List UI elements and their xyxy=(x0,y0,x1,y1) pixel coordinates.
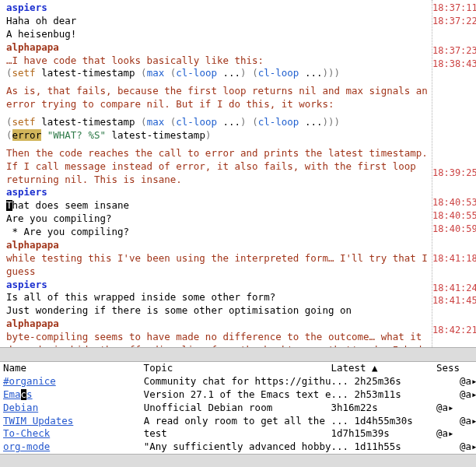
code-frag: ... xyxy=(217,116,240,128)
nick-aspiers: aspiers xyxy=(6,2,431,15)
message-line: …I have code that looks basically like t… xyxy=(6,54,431,68)
message-line: while testing this I've been using the i… xyxy=(6,252,431,279)
message-line: * Are you compiling? xyxy=(6,226,431,239)
message-line: Is all of this wrapped inside some other… xyxy=(6,291,431,304)
code-frag: setf xyxy=(12,67,36,79)
nick-alphapapa: alphapapa xyxy=(6,318,431,331)
code-frag: "WHAT? %S" xyxy=(47,129,106,141)
code-frag xyxy=(41,129,47,141)
message-line: That does seem insane xyxy=(6,199,431,212)
message-line: byte-compiling seems to have made no dif… xyxy=(6,331,431,347)
code-frag: ... xyxy=(217,67,240,79)
rooms-body: #organice Community chat for https://git… xyxy=(3,375,473,454)
room-latest: 1d11h55s xyxy=(355,441,401,452)
room-latest: 2h25m36s xyxy=(355,375,401,387)
message-line: (setf latest-timestamp (max (cl-loop ...… xyxy=(6,116,431,129)
code-frag: ) xyxy=(334,116,341,128)
code-frag: cl-loop xyxy=(258,116,299,128)
room-topic: test xyxy=(144,427,167,439)
code-frag xyxy=(164,116,170,128)
modeline-chat: U:%*- *Ement Room: Emacs* 13% L25 (Ement… xyxy=(0,347,476,362)
room-row[interactable]: To-Check test 1d7h15m39s @a▸ xyxy=(3,427,473,441)
code-frag: ) xyxy=(328,67,334,79)
code-frag: ) xyxy=(205,129,212,141)
room-topic: Unofficial Debian room xyxy=(144,402,273,413)
nick-aspiers: aspiers xyxy=(6,279,431,292)
room-latest: 1d4h55m30s xyxy=(355,415,413,427)
message-line: Then the code reaches the call to error … xyxy=(6,147,431,160)
room-latest: 1d7h15m39s xyxy=(331,427,389,439)
room-row[interactable]: Debian Unofficial Debian room 3h16m22s @… xyxy=(3,402,473,415)
code-frag: ( xyxy=(6,116,12,128)
code-frag: latest-timestamp xyxy=(36,116,141,128)
room-row[interactable]: org-mode "Any sufficiently advanced hobb… xyxy=(3,441,473,454)
code-frag: ... xyxy=(299,67,322,79)
message-line: (error "WHAT? %S" latest-timestamp) xyxy=(6,129,431,142)
message-line: Just wondering if there is some other op… xyxy=(6,304,431,318)
nick-aspiers: aspiers xyxy=(6,186,431,199)
code-frag: ) xyxy=(322,67,328,79)
room-name[interactable]: To-Check xyxy=(3,427,50,439)
code-frag: ( xyxy=(141,116,147,128)
code-frag xyxy=(164,67,170,79)
code-frag: ) xyxy=(334,67,341,79)
room-latest: 2h53m11s xyxy=(355,388,401,400)
room-topic: Version 27.1 of the Emacs text e... xyxy=(144,388,348,400)
nick-alphapapa: alphapapa xyxy=(6,239,431,252)
room-name[interactable]: #organice xyxy=(3,375,56,387)
message-line: As is, that fails, because the first loo… xyxy=(6,85,431,111)
code-frag: cl-loop xyxy=(176,67,217,79)
code-frag: ( xyxy=(252,116,258,128)
code-frag: max xyxy=(147,67,165,79)
nick-alphapapa: alphapapa xyxy=(6,41,431,54)
message-line: Are you compiling? xyxy=(6,212,431,226)
code-frag: ) xyxy=(328,116,334,128)
code-frag: cl-loop xyxy=(176,116,217,128)
room-topic: A read only room to get all the ... xyxy=(144,415,348,427)
room-name[interactable]: Debian xyxy=(3,402,38,413)
code-frag: cl-loop xyxy=(258,67,299,79)
room-session: @a▸ xyxy=(460,441,476,452)
code-frag: ... xyxy=(299,116,322,128)
room-session: @a▸ xyxy=(436,402,454,413)
room-row[interactable]: TWIM Updates A read only room to get all… xyxy=(3,415,473,428)
code-frag: ) xyxy=(240,116,247,128)
room-name[interactable]: TWIM Updates xyxy=(3,415,73,427)
message-line: If I call message instead of error, it a… xyxy=(6,160,431,187)
code-frag: ( xyxy=(6,129,12,141)
text-cursor: T xyxy=(6,200,12,211)
modeline-rooms: U:%%- *Ement Rooms* 13% L7 (Ement room l… xyxy=(0,454,476,467)
room-latest: 3h16m22s xyxy=(331,402,377,413)
code-frag: ) xyxy=(240,67,247,79)
code-frag: setf xyxy=(12,116,36,128)
code-frag: ( xyxy=(252,67,258,79)
chat-pane: aspiersHaha oh dearA heisenbug!alphapapa… xyxy=(0,0,476,347)
room-row[interactable]: #organice Community chat for https://git… xyxy=(3,375,473,388)
code-frag: ( xyxy=(141,67,147,79)
room-session: @a▸ xyxy=(460,415,476,427)
room-session: @a▸ xyxy=(436,427,454,439)
message-list: aspiersHaha oh dearA heisenbug!alphapapa… xyxy=(0,0,476,347)
code-frag: error xyxy=(12,129,42,141)
code-frag: max xyxy=(147,116,165,128)
code-frag xyxy=(247,116,253,128)
room-topic: "Any sufficiently advanced hobby... xyxy=(144,441,348,452)
message-line: A heisenbug! xyxy=(6,28,431,41)
room-name[interactable]: org-mode xyxy=(3,441,50,452)
text-cursor: c xyxy=(21,389,27,400)
message-line: Haha oh dear xyxy=(6,15,431,28)
room-row[interactable]: Emacs Version 27.1 of the Emacs text e..… xyxy=(3,388,473,402)
code-frag: ) xyxy=(322,116,328,128)
code-frag xyxy=(247,67,253,79)
room-session: @a▸ xyxy=(460,388,476,400)
code-frag: ( xyxy=(6,67,12,79)
room-topic: Community chat for https://githu... xyxy=(144,375,348,387)
code-frag: latest-timestamp xyxy=(106,129,205,141)
code-frag: latest-timestamp xyxy=(36,67,141,79)
room-name[interactable]: Emacs xyxy=(3,388,33,400)
room-session: @a▸ xyxy=(460,375,476,387)
rooms-pane: Name Topic Latest ▲ Sess #organice Commu… xyxy=(0,362,476,454)
message-line: (setf latest-timestamp (max (cl-loop ...… xyxy=(6,67,431,80)
rooms-header[interactable]: Name Topic Latest ▲ Sess xyxy=(3,362,473,375)
